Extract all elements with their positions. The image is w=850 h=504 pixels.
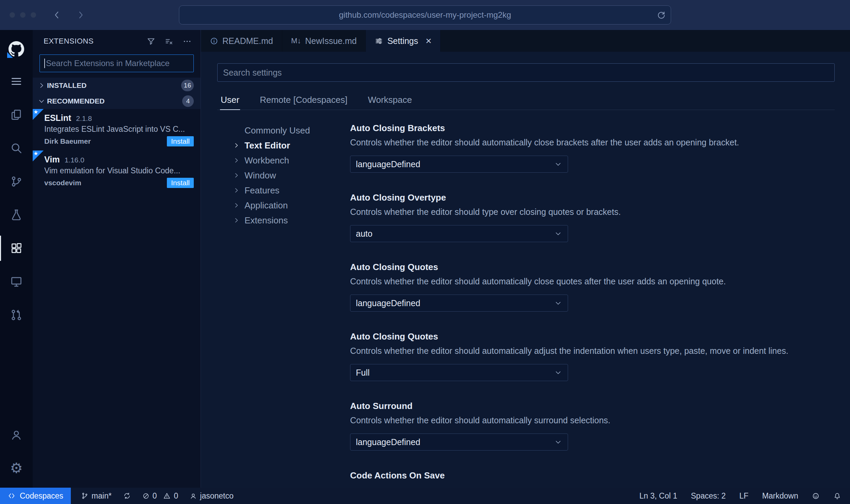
setting-title: Auto Surround: [350, 401, 835, 411]
setting-dropdown[interactable]: languageDefined: [350, 156, 568, 173]
install-button[interactable]: Install: [167, 178, 194, 188]
indentation-status[interactable]: Spaces: 2: [691, 491, 726, 501]
tab-settings[interactable]: Settings ×: [366, 30, 441, 52]
maximize-window-button[interactable]: [31, 12, 36, 18]
tab-label: NewIssue.md: [305, 36, 357, 46]
error-count: 0: [153, 491, 157, 501]
setting-dropdown[interactable]: languageDefined: [350, 434, 568, 451]
dropdown-value: languageDefined: [356, 437, 420, 447]
toc-window[interactable]: Window: [217, 168, 350, 183]
activity-explorer[interactable]: [0, 98, 33, 131]
activity-test[interactable]: [0, 198, 33, 232]
tab-readme[interactable]: README.md: [201, 30, 282, 52]
filter-icon[interactable]: [146, 37, 156, 46]
minimize-window-button[interactable]: [20, 12, 26, 18]
setting-title: Code Actions On Save: [350, 470, 835, 481]
settings-scope-tabs: User Remote [Codespaces] Workspace: [217, 91, 835, 110]
section-recommended[interactable]: RECOMMENDED 4: [33, 93, 201, 109]
cursor-position[interactable]: Ln 3, Col 1: [640, 491, 677, 501]
refresh-icon[interactable]: [657, 10, 666, 20]
feedback-icon[interactable]: [812, 492, 820, 500]
extension-row-eslint[interactable]: ★ ESLint 2.1.8 Integrates ESLint JavaScr…: [33, 109, 201, 151]
bell-icon[interactable]: [833, 492, 841, 500]
section-label: RECOMMENDED: [47, 97, 105, 105]
gear-icon: ⚙: [10, 461, 23, 475]
setting-dropdown[interactable]: auto: [350, 225, 568, 242]
user-status[interactable]: jasonetco: [190, 491, 233, 501]
error-icon: [142, 492, 149, 500]
chevron-right-icon: [233, 202, 245, 209]
person-icon: [190, 492, 197, 500]
activity-extensions[interactable]: [0, 232, 33, 265]
more-actions-icon[interactable]: [183, 37, 192, 46]
remote-explorer-icon: [10, 275, 23, 288]
setting-auto-indent: Auto Closing Quotes Controls whether the…: [350, 331, 835, 381]
browser-forward-button[interactable]: [76, 10, 86, 20]
account-icon: [10, 428, 23, 441]
tab-newissue[interactable]: M↓ NewIssue.md: [282, 30, 366, 52]
workbench: ⚙ EXTENSIONS INSTALLED 16: [0, 30, 850, 488]
extensions-search-input[interactable]: [40, 54, 194, 72]
eol-status[interactable]: LF: [739, 491, 749, 501]
chevron-right-icon: [233, 157, 245, 164]
setting-title: Auto Closing Overtype: [350, 192, 835, 203]
toc-text-editor[interactable]: Text Editor: [217, 138, 350, 153]
problems-status[interactable]: 0 0: [142, 491, 178, 501]
toc-extensions[interactable]: Extensions: [217, 213, 350, 228]
dropdown-value: languageDefined: [356, 159, 420, 169]
chevron-down-icon: [554, 368, 562, 377]
url-text: github.com/codespaces/user-my-project-mg…: [339, 10, 511, 20]
toc-label: Extensions: [245, 215, 288, 226]
sync-icon[interactable]: [123, 492, 131, 500]
account-button[interactable]: [0, 418, 33, 452]
vscode-wedge-icon: [7, 52, 13, 58]
files-icon: [10, 108, 23, 121]
close-window-button[interactable]: [10, 12, 15, 18]
activity-pull-requests[interactable]: [0, 298, 33, 332]
activity-search[interactable]: [0, 131, 33, 165]
chevron-down-icon: [554, 160, 562, 168]
close-icon[interactable]: ×: [426, 36, 432, 46]
extension-row-vim[interactable]: ★ Vim 1.16.0 Vim emulation for Visual St…: [33, 151, 201, 192]
setting-title: Auto Closing Quotes: [350, 262, 835, 272]
setting-description: Controls whether the editor should type …: [350, 207, 835, 217]
settings-gear-button[interactable]: ⚙: [0, 452, 33, 485]
installed-count-badge: 16: [181, 80, 194, 91]
address-bar[interactable]: github.com/codespaces/user-my-project-mg…: [179, 5, 671, 25]
setting-auto-closing-overtype: Auto Closing Overtype Controls whether t…: [350, 192, 835, 242]
browser-back-button[interactable]: [52, 10, 62, 20]
clear-search-icon[interactable]: [164, 37, 174, 46]
toc-workbench[interactable]: Workbench: [217, 153, 350, 168]
extension-version: 2.1.8: [76, 114, 92, 123]
activity-bar: ⚙: [0, 30, 33, 488]
activity-source-control[interactable]: [0, 165, 33, 198]
hamburger-icon: [10, 75, 23, 88]
settings-list: Auto Closing Brackets Controls whether t…: [350, 123, 835, 488]
activity-remote-explorer[interactable]: [0, 265, 33, 298]
setting-dropdown[interactable]: Full: [350, 364, 568, 381]
menu-button[interactable]: [0, 65, 33, 98]
settings-search-input[interactable]: [217, 63, 835, 82]
toc-label: Features: [245, 185, 280, 196]
codespaces-status-button[interactable]: Codespaces: [0, 488, 71, 504]
scope-tab-workspace[interactable]: Workspace: [367, 91, 413, 110]
branch-icon: [81, 492, 89, 500]
toc-commonly-used[interactable]: Commonly Used: [217, 123, 350, 138]
editor-area: README.md M↓ NewIssue.md Settings × User…: [201, 30, 850, 488]
tab-label: Settings: [387, 36, 418, 46]
language-mode[interactable]: Markdown: [762, 491, 798, 501]
install-button[interactable]: Install: [167, 136, 194, 146]
setting-dropdown[interactable]: languageDefined: [350, 295, 568, 312]
dropdown-value: languageDefined: [356, 298, 420, 308]
scope-tab-remote[interactable]: Remote [Codespaces]: [259, 91, 348, 110]
setting-auto-closing-quotes: Auto Closing Quotes Controls whether the…: [350, 262, 835, 312]
toc-features[interactable]: Features: [217, 183, 350, 198]
chevron-right-icon: [36, 82, 47, 89]
markdown-icon: M↓: [291, 36, 301, 45]
chevron-down-icon: [554, 438, 562, 446]
section-installed[interactable]: INSTALLED 16: [33, 78, 201, 93]
branch-status[interactable]: main*: [81, 491, 112, 501]
setting-title: Auto Closing Quotes: [350, 331, 835, 342]
scope-tab-user[interactable]: User: [220, 91, 240, 110]
toc-application[interactable]: Application: [217, 198, 350, 213]
